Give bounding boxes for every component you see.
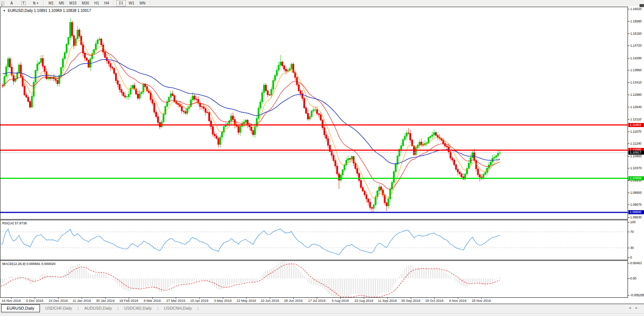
level-price-badge: 1.11903 — [628, 123, 644, 127]
price-tick-label: 1.08630 — [630, 215, 644, 219]
tick-mark — [628, 222, 629, 222]
date-label: 3 May 2019 — [214, 299, 231, 303]
text-label-button[interactable]: T — [18, 0, 29, 6]
price-tick-label: 1.13410 — [630, 80, 644, 84]
tick-mark — [628, 295, 629, 296]
timeframe-button-M30[interactable]: M30 — [79, 0, 91, 6]
rsi-tick-label: 100 — [630, 220, 644, 224]
tick-mark — [628, 278, 629, 279]
date-label: 11 Sep 2019 — [378, 299, 397, 303]
tab-usdcnh[interactable]: USDCNH,Daily — [159, 305, 197, 312]
tab-usdchf[interactable]: USDCHF,Daily — [40, 305, 77, 312]
timeframe-button-M1[interactable]: M1 — [46, 0, 56, 6]
timeframe-button-H4[interactable]: H4 — [102, 0, 112, 6]
level-price-badge: 1.08800 — [628, 210, 644, 214]
toolbar-separator — [113, 1, 114, 6]
rsi-line — [1, 229, 500, 255]
ma-slow-line — [3, 60, 500, 164]
date-label: 27 Mar 2019 — [166, 299, 185, 303]
tick-mark — [628, 45, 629, 46]
tick-mark — [628, 34, 629, 34]
rsi-indicator-panel[interactable]: RSI(14) 57.8736 — [0, 220, 628, 260]
tick-mark — [628, 263, 629, 263]
date-label: 8 Mar 2019 — [144, 299, 161, 303]
cursor-tool-button[interactable]: ⇅ ▾ — [30, 0, 41, 6]
tick-mark — [628, 9, 629, 9]
tick-mark — [628, 168, 629, 168]
price-tick-label: 1.16020 — [630, 7, 644, 11]
date-label: 5 Aug 2019 — [332, 299, 349, 303]
tick-mark — [628, 21, 629, 22]
tick-mark — [628, 143, 629, 144]
date-axis[interactable]: 16 Nov 20185 Dec 201824 Dec 201811 Jan 2… — [0, 298, 644, 304]
tick-mark — [628, 205, 629, 205]
price-tick-label: 1.09500 — [630, 191, 644, 195]
timeframe-button-M5[interactable]: M5 — [57, 0, 66, 6]
price-tick-label: 1.10370 — [630, 166, 644, 170]
rsi-tick-label: 70 — [630, 230, 644, 234]
rsi-svg[interactable] — [0, 220, 628, 260]
timeframe-button-MN[interactable]: MN — [137, 0, 148, 6]
price-tick-label: 1.11670 — [630, 130, 644, 133]
timeframe-button-H1[interactable]: H1 — [92, 0, 101, 6]
macd-label: MACD(12,26,9) 0.000691 0.000020 — [2, 262, 56, 266]
date-label: 15 Apr 2019 — [190, 299, 209, 303]
rsi-tick-label: 0 — [630, 256, 644, 259]
tick-mark — [628, 58, 629, 59]
tab-audusd[interactable]: AUDUSD,Daily — [79, 305, 117, 312]
price-tick-label: 1.15150 — [630, 32, 644, 35]
date-label: 23 Aug 2019 — [354, 299, 373, 303]
tick-mark — [628, 232, 629, 232]
chevron-down-icon: ▾ — [37, 1, 38, 5]
price-tick-label: 1.12110 — [630, 117, 644, 121]
tab-scroll-left-icon[interactable]: ◄ — [628, 306, 635, 310]
candles-down — [2, 20, 482, 212]
chart-ohlc-header: ▼ EURUSD,Daily 1.10891 1.10969 1.10838 1… — [3, 9, 91, 13]
tick-mark — [628, 193, 629, 193]
price-tick-label: 1.10800 — [630, 154, 644, 158]
toolbar-grip-icon[interactable]: F — [1, 1, 4, 6]
ohlc-low: 1.10838 — [63, 9, 76, 13]
date-label: 28 Jun 2019 — [284, 299, 303, 303]
date-label: 16 Nov 2018 — [1, 299, 21, 303]
date-label: 30 Jan 2019 — [96, 299, 115, 303]
ma-medium-line — [3, 51, 500, 189]
price-chart-panel[interactable]: ▼ EURUSD,Daily 1.10891 1.10969 1.10838 1… — [0, 7, 628, 219]
price-tick-label: 1.14720 — [630, 44, 644, 47]
tick-mark — [628, 156, 629, 157]
insert-text-button[interactable]: A — [6, 0, 17, 6]
trading-terminal-window: F A T ⇅ ▾ M1M5M15M30H1H4D1W1MN ▼ EURUSD,… — [0, 0, 644, 316]
price-chart-svg[interactable] — [0, 7, 628, 219]
timeframe-button-W1[interactable]: W1 — [126, 0, 137, 6]
price-tick-label: 1.12540 — [630, 105, 644, 109]
ohlc-close: 1.10917 — [78, 9, 91, 13]
price-tick-label: 1.15580 — [630, 19, 644, 23]
tick-mark — [628, 107, 629, 107]
timeframe-button-D1[interactable]: D1 — [116, 0, 126, 6]
tick-mark — [628, 132, 629, 132]
tab-scroll-right-icon[interactable]: ► — [635, 306, 642, 310]
tab-scroll-arrows: ◄► — [628, 306, 642, 310]
chart-tabs-bar: EURUSD,DailyUSDCHF,Daily|AUDUSD,Daily|US… — [0, 304, 644, 313]
axis-corner-handle[interactable] — [640, 4, 644, 7]
tick-mark — [628, 70, 629, 70]
date-label: 22 May 2019 — [237, 299, 256, 303]
ohlc-open: 1.10891 — [34, 9, 47, 13]
timeframe-button-M15[interactable]: M15 — [67, 0, 79, 6]
macd-tick-label: 0.00 — [630, 276, 644, 280]
price-tick-label: 1.11240 — [630, 142, 644, 145]
date-label: 25 Nov 2019 — [472, 299, 491, 303]
macd-indicator-panel[interactable]: MACD(12,26,9) 0.000691 0.000020 — [0, 260, 628, 298]
chart-symbol-label: EURUSD,Daily — [8, 9, 33, 13]
date-label: 6 Nov 2019 — [449, 299, 466, 303]
toolbar-separator — [43, 1, 44, 6]
tick-mark — [628, 180, 629, 181]
ohlc-high: 1.10969 — [49, 9, 62, 13]
tab-usdcad[interactable]: USDCAD,Daily — [119, 305, 157, 312]
tick-mark — [628, 119, 629, 120]
tab-eurusd[interactable]: EURUSD,Daily — [1, 304, 40, 312]
toolbar: F A T ⇅ ▾ M1M5M15M30H1H4D1W1MN — [0, 0, 644, 7]
macd-values: 0.000691 0.000020 — [26, 262, 56, 266]
tab-separator: | — [197, 306, 199, 310]
macd-svg[interactable] — [0, 261, 628, 297]
